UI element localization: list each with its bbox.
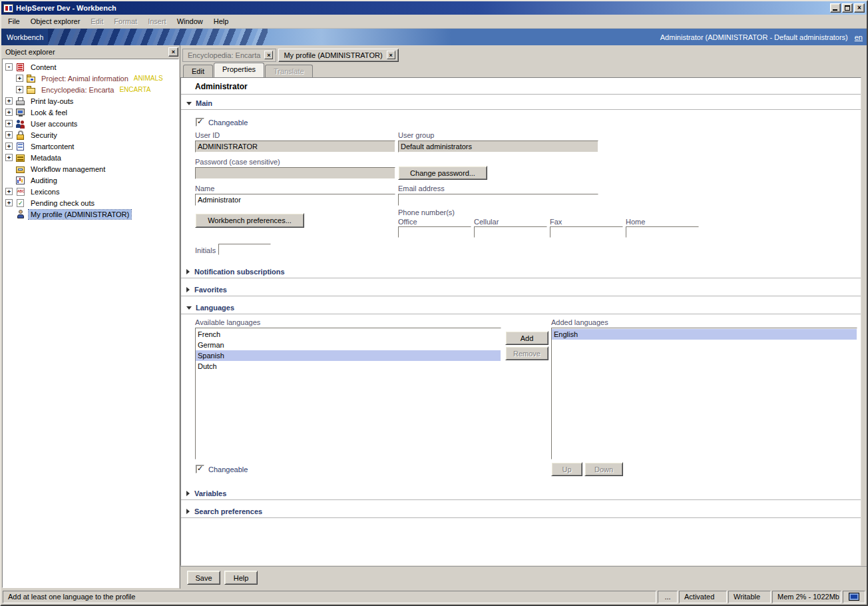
section-header-variables[interactable]: Variables [181,486,861,500]
changeable-checkbox[interactable]: ✓ [196,118,204,127]
add-language-button[interactable]: Add [505,331,548,345]
list-item[interactable]: French [196,329,501,340]
section-header-search-preferences[interactable]: Search preferences [181,504,861,518]
list-item-selected[interactable]: English [552,329,857,340]
section-header-languages[interactable]: Languages [181,300,861,314]
tree-item-label[interactable]: My profile (ADMINISTRATOR) [29,210,131,219]
name-field[interactable] [195,194,395,206]
tree-item[interactable]: + Smartcontent [5,141,178,152]
tree-item-label[interactable]: Project: Animal information [39,74,130,83]
document-area: Encyclopedia: Encarta × My profile (ADMI… [180,45,867,589]
initials-field[interactable] [218,244,271,255]
tree-item-label[interactable]: User accounts [29,119,79,129]
tree-expander[interactable]: + [5,154,13,161]
tree-item[interactable]: + Metadata [5,152,178,163]
available-languages-list[interactable]: French German Spanish Dutch [195,328,501,459]
tree-item[interactable]: + Project: Animal information ANIMALS [5,73,178,84]
user-id-field[interactable] [195,141,395,152]
tree-item-label[interactable]: Content [29,63,59,72]
tree-item[interactable]: + Print lay-outs [5,95,178,107]
menu-file[interactable]: File [3,15,25,27]
password-field[interactable] [195,167,395,179]
monitor-status-icon [849,593,859,601]
section-header-notifications[interactable]: Notification subscriptions [181,264,861,278]
menu-format: Format [108,15,142,27]
tree-expander[interactable]: + [5,120,13,127]
content-outer: Administrator Main ✓ Changeable User ID [180,77,867,566]
panel-close-button[interactable]: × [168,47,178,57]
tab-edit[interactable]: Edit [183,65,213,77]
section-label: Notification subscriptions [194,268,285,276]
user-group-field[interactable] [398,141,598,152]
phone-office-field[interactable] [398,226,471,238]
tree-item-my-profile[interactable]: My profile (ADMINISTRATOR) [5,208,178,220]
tree-item[interactable]: + User accounts [5,118,178,129]
menu-object-explorer[interactable]: Object explorer [25,15,86,27]
tab-close-icon[interactable]: × [387,51,395,59]
menu-window[interactable]: Window [172,15,208,27]
tree-item-label[interactable]: Smartcontent [29,142,76,151]
status-writable: Writable [728,591,771,603]
tree-item-label[interactable]: Print lay-outs [29,97,75,106]
tree-item-label[interactable]: Auditing [29,176,59,185]
added-languages-list[interactable]: English [551,328,857,459]
list-item-selected[interactable]: Spanish [196,350,501,361]
tree-expander[interactable]: + [16,75,23,82]
languages-changeable-checkbox[interactable]: ✓ [196,465,204,473]
tree-item[interactable]: + Pending check outs [5,197,178,208]
menu-help[interactable]: Help [208,15,234,27]
phone-cellular-field[interactable] [474,226,547,238]
tree-item-label[interactable]: Security [29,131,59,140]
email-field[interactable] [398,194,598,206]
doc-tab-encyclopedia[interactable]: Encyclopedia: Encarta × [182,49,276,62]
doc-tab-my-profile[interactable]: My profile (ADMINISTRATOR) × [278,49,398,62]
close-button[interactable]: × [854,3,865,13]
section-header-main[interactable]: Main [181,96,861,110]
tree-expander[interactable]: + [5,188,13,195]
tree-item[interactable]: + Lexicons [5,186,178,197]
status-display-segment[interactable] [843,591,865,603]
tree-item[interactable]: Workflow management [5,163,178,174]
tree-item-label[interactable]: Lexicons [29,187,61,196]
tree-expander[interactable]: + [16,86,23,93]
tree-item[interactable]: - Content [5,61,178,73]
tree-item-label[interactable]: Pending check outs [29,198,97,208]
tree-item-label[interactable]: Metadata [29,153,63,162]
app-icon [3,4,13,13]
section-label: Main [196,99,212,107]
section-header-favorites[interactable]: Favorites [181,282,861,296]
tree-item[interactable]: Auditing [5,174,178,186]
tree-item-label[interactable]: Look & feel [29,108,69,117]
list-item[interactable]: Dutch [196,361,501,372]
tree-expander[interactable]: + [5,143,13,150]
change-password-button[interactable]: Change password... [398,166,487,180]
banner-language-link[interactable]: en [855,33,863,41]
maximize-button[interactable] [842,3,853,13]
tab-close-icon[interactable]: × [264,51,273,59]
tree-item[interactable]: + Encyclopedia: Encarta ENCARTA [5,84,178,95]
checkouts-icon [15,198,26,208]
phone-home-field[interactable] [626,226,699,238]
tree-item-label[interactable]: Workflow management [29,164,107,174]
tree-item-label[interactable]: Encyclopedia: Encarta [39,85,116,95]
list-item[interactable]: German [196,340,501,350]
tree-expander[interactable]: + [5,97,13,105]
help-button[interactable]: Help [224,571,258,585]
tree-item[interactable]: + Security [5,129,178,141]
tree-expander[interactable]: + [5,131,13,139]
monitor-icon [15,108,26,117]
tab-properties[interactable]: Properties [214,63,264,77]
status-ellipsis[interactable]: ... [658,591,678,603]
added-languages-label: Added languages [551,318,608,326]
changeable-label: Changeable [208,119,248,127]
tab-translate: Translate [265,65,312,77]
phone-fax-field[interactable] [550,226,623,238]
tree-expander[interactable]: + [5,199,13,206]
tree-expander[interactable]: + [5,109,13,116]
workbench-preferences-button[interactable]: Workbench preferences... [195,213,304,228]
tree-item[interactable]: + Look & feel [5,107,178,118]
tree-expander[interactable]: - [5,63,13,71]
minimize-button[interactable] [830,3,841,13]
save-button[interactable]: Save [187,571,220,585]
checkmark-icon: ✓ [197,465,203,472]
